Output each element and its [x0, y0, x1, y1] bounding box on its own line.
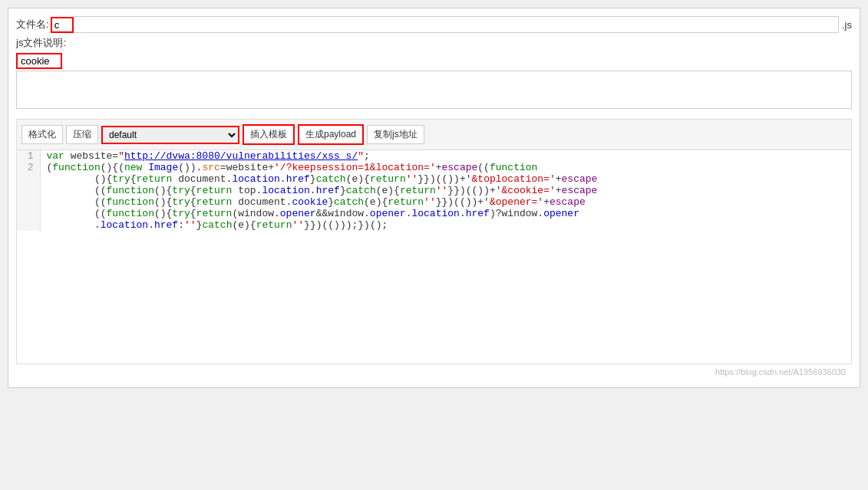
compress-button[interactable]: 压缩 [66, 125, 98, 144]
filename-rest-input[interactable] [74, 16, 839, 33]
filename-label: 文件名: [16, 18, 49, 31]
desc-label: js文件说明: [16, 36, 852, 50]
insert-template-button[interactable]: 插入模板 [243, 124, 295, 145]
generate-payload-button[interactable]: 生成payload [298, 124, 364, 145]
table-row: 2 (function(){(new Image()).src=website+… [17, 162, 851, 231]
desc-textarea[interactable] [16, 71, 852, 109]
js-extension: .js [842, 19, 852, 31]
line-content-1: var website="http://dvwa:8080/vulnerabil… [40, 150, 851, 162]
watermark: https://blog.csdn.net/A1956936030 [16, 364, 852, 380]
code-editor: 1 var website="http://dvwa:8080/vulnerab… [16, 150, 852, 364]
toolbar: 格式化 压缩 default 插入模板 生成payload 复制js地址 [16, 119, 852, 150]
filename-input[interactable] [51, 17, 74, 33]
desc-section: js文件说明: [16, 36, 852, 111]
line-number-1: 1 [17, 150, 40, 162]
line-number-2: 2 [17, 162, 40, 231]
format-button[interactable]: 格式化 [21, 125, 63, 144]
filename-row: 文件名: .js [16, 16, 852, 33]
line-content-2: (function(){(new Image()).src=website+'/… [40, 162, 851, 231]
copy-js-button[interactable]: 复制js地址 [367, 125, 424, 144]
code-table: 1 var website="http://dvwa:8080/vulnerab… [17, 150, 851, 231]
table-row: 1 var website="http://dvwa:8080/vulnerab… [17, 150, 851, 162]
template-select[interactable]: default [101, 126, 239, 144]
desc-input[interactable] [16, 53, 62, 69]
